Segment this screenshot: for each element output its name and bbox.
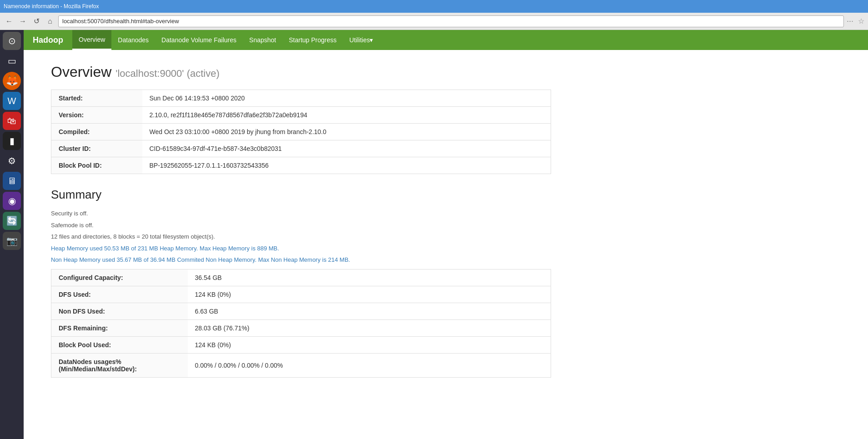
nav-item-overview[interactable]: Overview: [72, 30, 111, 50]
summary-title: Summary: [51, 188, 633, 202]
nav-item-snapshot[interactable]: Snapshot: [243, 30, 282, 50]
page-content: Overview 'localhost:9000' (active) Start…: [24, 50, 660, 391]
info-value: Sun Dec 06 14:19:53 +0800 2020: [142, 90, 551, 107]
nav-item-datanode-volume-failures[interactable]: Datanode Volume Failures: [155, 30, 243, 50]
forward-button[interactable]: →: [17, 16, 28, 27]
summary-label: Non DFS Used:: [51, 303, 188, 319]
info-value: CID-61589c34-97df-471e-b587-34e3c0b82031: [142, 140, 551, 157]
browser-title: Namenode information - Mozilla Firefox: [4, 3, 99, 10]
summary-label: Configured Capacity:: [51, 269, 188, 286]
summary-table-row: Non DFS Used: 6.63 GB: [51, 303, 551, 319]
bookmark-button[interactable]: ☆: [858, 17, 864, 25]
sidebar-bag-icon[interactable]: 🛍: [3, 112, 21, 130]
summary-table-row: DFS Used: 124 KB (0%): [51, 286, 551, 303]
info-value: Wed Oct 23 03:10:00 +0800 2019 by jhung …: [142, 124, 551, 140]
sidebar-w-icon[interactable]: W: [3, 92, 21, 110]
info-table-row: Version: 2.10.0, re2f1f118e465e787d8567d…: [51, 107, 551, 124]
overview-subtitle: 'localhost:9000' (active): [115, 68, 220, 79]
nav-item-startup-progress[interactable]: Startup Progress: [282, 30, 343, 50]
info-label: Block Pool ID:: [51, 157, 142, 174]
summary-label: DFS Used:: [51, 286, 188, 303]
summary-texts: Security is off.Safemode is off.12 files…: [51, 209, 633, 264]
summary-text-line: 12 files and directories, 8 blocks = 20 …: [51, 232, 633, 241]
summary-table-row: DataNodes usages% (Min/Median/Max/stdDev…: [51, 353, 551, 377]
sidebar-settings-icon[interactable]: ⚙: [3, 152, 21, 170]
summary-label: DataNodes usages% (Min/Median/Max/stdDev…: [51, 353, 188, 377]
main-layout: ⊙ ▭ 🦊 W 🛍 ▮ ⚙ 🖥 ◉ 🔄 📷 Hadoop Overview Da…: [0, 30, 868, 439]
back-button[interactable]: ←: [4, 16, 15, 27]
info-table-row: Compiled: Wed Oct 23 03:10:00 +0800 2019…: [51, 124, 551, 140]
sidebar-terminal-icon[interactable]: ▮: [3, 132, 21, 150]
more-options-button[interactable]: ···: [847, 16, 853, 26]
browser-titlebar: Namenode information - Mozilla Firefox: [0, 0, 868, 13]
summary-value: 36.54 GB: [188, 269, 551, 286]
sidebar-update-icon[interactable]: 🔄: [3, 212, 21, 230]
summary-table-row: Configured Capacity: 36.54 GB: [51, 269, 551, 286]
info-label: Compiled:: [51, 124, 142, 140]
summary-table-row: Block Pool Used: 124 KB (0%): [51, 336, 551, 353]
browser-toolbar: ← → ↺ ⌂ ··· ☆: [0, 13, 868, 30]
summary-label: Block Pool Used:: [51, 336, 188, 353]
info-table: Started: Sun Dec 06 14:19:53 +0800 2020 …: [51, 90, 551, 174]
sidebar-purple-icon[interactable]: ◉: [3, 192, 21, 210]
info-table-row: Started: Sun Dec 06 14:19:53 +0800 2020: [51, 90, 551, 107]
summary-table-row: DFS Remaining: 28.03 GB (76.71%): [51, 319, 551, 336]
sidebar: ⊙ ▭ 🦊 W 🛍 ▮ ⚙ 🖥 ◉ 🔄 📷: [0, 30, 24, 439]
summary-text-line: Security is off.: [51, 209, 633, 218]
address-bar[interactable]: [58, 15, 844, 27]
sidebar-circle-icon[interactable]: ⊙: [3, 32, 21, 50]
summary-text-line: Non Heap Memory used 35.67 MB of 36.94 M…: [51, 255, 633, 264]
nav-item-utilities[interactable]: Utilities: [343, 30, 379, 50]
info-label: Version:: [51, 107, 142, 124]
summary-value: 6.63 GB: [188, 303, 551, 319]
info-label: Started:: [51, 90, 142, 107]
navbar: Hadoop Overview Datanodes Datanode Volum…: [24, 30, 868, 50]
sidebar-firefox-icon[interactable]: 🦊: [3, 72, 21, 90]
overview-title: Overview 'localhost:9000' (active): [51, 64, 633, 80]
sidebar-screen-icon[interactable]: 🖥: [3, 172, 21, 190]
nav-item-datanodes[interactable]: Datanodes: [111, 30, 155, 50]
main-content: Hadoop Overview Datanodes Datanode Volum…: [24, 30, 868, 439]
reload-button[interactable]: ↺: [31, 16, 42, 27]
summary-table: Configured Capacity: 36.54 GB DFS Used: …: [51, 269, 551, 378]
summary-value: 28.03 GB (76.71%): [188, 319, 551, 336]
info-table-row: Block Pool ID: BP-192562055-127.0.1.1-16…: [51, 157, 551, 174]
navbar-brand[interactable]: Hadoop: [33, 35, 63, 45]
summary-text-line: Safemode is off.: [51, 221, 633, 230]
info-value: 2.10.0, re2f1f118e465e787d8567dfa6e2f3b7…: [142, 107, 551, 124]
summary-label: DFS Remaining:: [51, 319, 188, 336]
summary-value: 124 KB (0%): [188, 336, 551, 353]
info-label: Cluster ID:: [51, 140, 142, 157]
summary-value: 124 KB (0%): [188, 286, 551, 303]
sidebar-camera-icon[interactable]: 📷: [3, 232, 21, 250]
info-value: BP-192562055-127.0.1.1-1603732543356: [142, 157, 551, 174]
sidebar-window-icon[interactable]: ▭: [3, 52, 21, 70]
home-button[interactable]: ⌂: [45, 16, 55, 27]
info-table-row: Cluster ID: CID-61589c34-97df-471e-b587-…: [51, 140, 551, 157]
summary-value: 0.00% / 0.00% / 0.00% / 0.00%: [188, 353, 551, 377]
summary-text-line: Heap Memory used 50.53 MB of 231 MB Heap…: [51, 244, 633, 253]
